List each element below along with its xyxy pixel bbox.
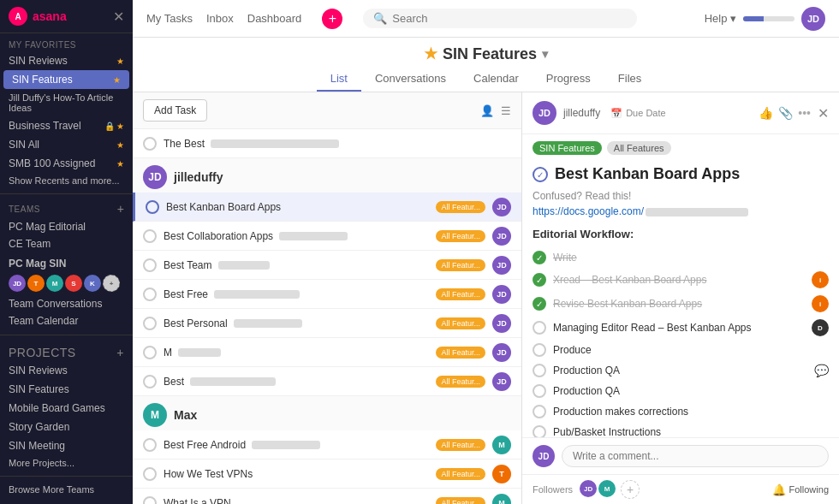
add-task-button[interactable]: Add Task [143,99,207,122]
chevron-down-icon[interactable]: ▾ [542,47,548,61]
nav-my-tasks[interactable]: My Tasks [146,12,193,25]
task-checkbox[interactable] [143,137,157,151]
list-panel: Add Task 👤 ☰ The Best JD jilleduffy [133,92,522,504]
sidebar-item-business-travel[interactable]: Business Travel 🔒 ★ [0,116,133,135]
browse-more-teams-link[interactable]: Browse More Teams [0,482,133,497]
sidebar-item-team-calendar[interactable]: Team Calendar [0,312,133,329]
assignee-icon[interactable]: 👤 [480,104,494,117]
task-checkbox[interactable] [143,229,157,243]
check-done-icon[interactable]: ✓ [533,297,546,311]
sidebar-close-icon[interactable]: ✕ [113,9,124,25]
checklist-label: Managing Editor Read – Best Kanban Apps [553,322,805,334]
attach-icon[interactable]: 📎 [778,106,793,120]
task-checkbox[interactable] [143,496,157,505]
sidebar-item-story-garden[interactable]: Story Garden [0,418,133,436]
task-checkbox[interactable] [143,375,157,388]
add-project-icon[interactable]: + [116,346,124,359]
add-follower-button[interactable]: + [621,480,640,499]
task-row[interactable]: Best Team All Featur... JD [133,251,521,280]
task-name: M [164,347,429,359]
add-member-icon[interactable]: + [103,275,120,292]
checklist-label: Produce [553,344,829,356]
search-input[interactable] [392,12,627,25]
check-undone-icon[interactable] [533,364,546,377]
task-checkbox[interactable] [143,317,157,330]
task-row[interactable]: What Is a VPN All Featur... M [133,489,521,504]
task-checkbox[interactable] [143,346,157,359]
task-row[interactable]: Best Personal All Featur... JD [133,309,521,338]
checklist-label: Write [553,252,829,264]
detail-close-icon[interactable]: ✕ [818,105,829,122]
checklist-avatar: i [812,271,829,288]
nav-inbox[interactable]: Inbox [206,12,234,25]
sidebar-item-sin-reviews-proj[interactable]: SIN Reviews [0,361,133,380]
following-button[interactable]: 🔔 Following [772,483,829,496]
sidebar-item-ce-team[interactable]: CE Team [0,235,133,252]
check-undone-icon[interactable] [533,321,546,335]
detail-due-date[interactable]: 📅 Due Date [610,108,665,119]
nav-dashboard[interactable]: Dashboard [247,12,302,25]
check-undone-icon[interactable] [533,384,546,398]
sidebar-item-mobile-board-games[interactable]: Mobile Board Games [0,399,133,418]
check-undone-icon[interactable] [533,425,546,437]
tab-calendar[interactable]: Calendar [460,67,533,92]
checklist-item: ✓ Write [533,247,829,268]
check-undone-icon[interactable] [533,343,546,357]
task-row[interactable]: Best Kanban Board Apps All Featur... JD [133,193,521,222]
sidebar-item-label: SIN Reviews [9,365,68,377]
more-projects-link[interactable]: More Projects... [0,455,133,471]
comment-input[interactable] [562,445,829,467]
detail-tag-all-features[interactable]: All Features [607,141,671,155]
content: Add Task 👤 ☰ The Best JD jilleduffy [133,92,839,504]
sidebar-item-sin-meeting[interactable]: SIN Meeting [0,436,133,455]
add-button[interactable]: + [322,9,342,29]
sidebar-item-sin-features-proj[interactable]: SIN Features [0,380,133,399]
check-done-icon[interactable]: ✓ [533,251,546,264]
more-icon[interactable]: ••• [798,106,811,120]
task-avatar: T [492,465,511,483]
sidebar-item-sin-reviews[interactable]: SIN Reviews ★ [0,51,133,70]
add-team-icon[interactable]: + [117,202,124,216]
task-checkbox[interactable] [143,288,157,301]
detail-header: JD jilleduffy 📅 Due Date 👍 📎 ••• ✕ [522,92,839,134]
task-checkbox[interactable] [143,258,157,272]
task-row[interactable]: How We Test VPNs All Featur... T [133,460,521,489]
task-checkbox[interactable] [146,200,159,214]
task-row[interactable]: Best All Featur... JD [133,367,521,396]
tab-files[interactable]: Files [604,67,655,92]
sidebar-item-smb100[interactable]: SMB 100 Assigned ★ [0,154,133,173]
sidebar-item-sin-all[interactable]: SIN All ★ [0,135,133,154]
sidebar-item-label: CE Team [9,238,51,250]
sidebar-header: A asana ✕ [0,0,133,33]
task-row[interactable]: M All Featur... JD [133,338,521,367]
sidebar-item-pc-mag-editorial[interactable]: PC Mag Editorial [0,218,133,235]
task-row[interactable]: Best Collaboration Apps All Featur... JD [133,222,521,251]
tab-list[interactable]: List [317,67,361,92]
sidebar-item-sin-features[interactable]: SIN Features ★ [3,70,129,89]
task-checkbox[interactable] [143,438,157,452]
menu-icon[interactable]: ☰ [501,104,511,117]
search-bar[interactable]: 🔍 [363,9,637,28]
check-undone-icon[interactable] [533,405,546,418]
detail-complete-checkbox[interactable]: ✓ [533,167,548,182]
sidebar-item-label: Mobile Board Games [9,402,105,414]
tab-conversations[interactable]: Conversations [361,67,460,92]
user-avatar[interactable]: JD [801,7,825,31]
list-toolbar: Add Task 👤 ☰ [133,92,521,129]
sidebar-item-team-conversations[interactable]: Team Conversations [0,295,133,312]
task-row[interactable]: Best Free All Featur... JD [133,280,521,309]
progress-fill [743,16,764,21]
like-icon[interactable]: 👍 [759,106,773,120]
check-done-icon[interactable]: ✓ [533,273,546,287]
detail-panel: JD jilleduffy 📅 Due Date 👍 📎 ••• ✕ SIN F… [522,92,839,504]
task-checkbox[interactable] [143,467,157,481]
detail-link[interactable]: https://docs.google.com/ [533,205,829,217]
tab-progress[interactable]: Progress [533,67,604,92]
help-button[interactable]: Help ▾ [705,12,736,25]
sidebar-item-jill-howto[interactable]: Jill Duffy's How-To Article Ideas [0,89,133,116]
checklist-label: Xread – Best Kanban Board Apps [553,274,805,286]
detail-tag-sin-features[interactable]: SIN Features [533,141,602,155]
task-row[interactable]: Best Free Android All Featur... M [133,430,521,460]
detail-user-avatar: JD [533,101,556,125]
show-recents-link[interactable]: Show Recents and more... [0,173,133,188]
